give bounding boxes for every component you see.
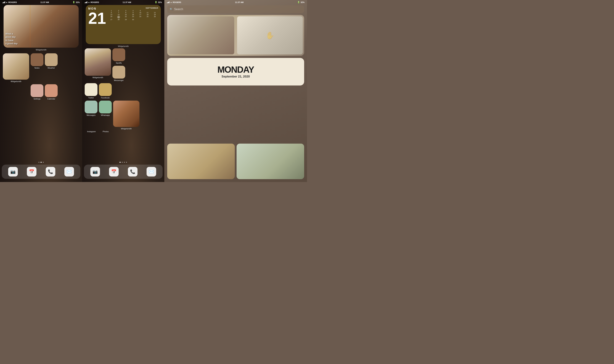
status-right-2: 🔋 32% xyxy=(155,1,162,3)
p2-row1: Widgetsmith Spotify Messenger xyxy=(85,48,162,81)
phone1-apps-section: Widgetsmith Notes Weather Settings xyxy=(3,53,79,100)
dock-calendar[interactable]: 📅 xyxy=(27,167,37,177)
signal-bars-3 xyxy=(167,1,170,3)
dock-phone[interactable]: 📞 xyxy=(46,167,55,177)
search-text: Search xyxy=(174,8,183,11)
messenger-app[interactable]: Messenger xyxy=(112,66,125,81)
spotify-app[interactable]: Spotify xyxy=(112,48,125,64)
spotify-icon xyxy=(112,48,125,61)
twitter-label: Twitter xyxy=(88,97,94,99)
photos-label: Photos xyxy=(103,130,109,133)
dock2-phone[interactable]: 📞 xyxy=(128,167,137,177)
phone1-row2: Settings Calendar xyxy=(3,84,79,100)
cal-month: SEPTEMBER xyxy=(108,7,158,9)
widgetsmith-coffee-label: Widgetsmith xyxy=(121,128,132,130)
facebook-app[interactable]: Facebook xyxy=(99,83,112,99)
whatsapp-app[interactable]: Whatsapp xyxy=(99,101,112,116)
widgetsmith-small-label: Widgetsmith xyxy=(11,80,22,82)
widgetsmith-large-widget[interactable]: What agood dayto havea good day xyxy=(3,5,79,48)
p2-right-col1: Spotify Messenger xyxy=(112,48,125,81)
wifi-icon-2: ▲ xyxy=(88,1,90,3)
wifi-icon-1: ▲ xyxy=(6,1,8,3)
notes-label: Notes xyxy=(35,67,40,69)
status-right-1: 🔋 32% xyxy=(73,1,80,3)
phone-screen-2: ▲ ROGERS 11:37 AM 🔋 32% MON 21 SEPTEMBER… xyxy=(82,0,164,182)
phone2-apps: Widgetsmith Spotify Messenger Twitter xyxy=(85,48,162,133)
carrier-name-3: ROGERS xyxy=(173,1,181,3)
page-dots-2 xyxy=(82,162,164,163)
dot-p2-2 xyxy=(122,162,123,163)
clock-3: 11:37 AM xyxy=(235,1,243,3)
status-bar-3: ▲ ROGERS 11:37 AM 🔋 32% xyxy=(164,0,307,4)
signal-bars-1 xyxy=(2,1,5,3)
clock-1: 11:37 AM xyxy=(40,1,49,3)
twitter-app[interactable]: Twitter xyxy=(85,83,97,99)
messages-label: Messages xyxy=(87,114,95,116)
bottom-photo-left xyxy=(167,143,235,179)
twitter-icon xyxy=(85,83,97,96)
facebook-label: Facebook xyxy=(101,97,109,99)
phone-screen-1: ▲ ROGERS 11:37 AM 🔋 32% What agood dayto… xyxy=(0,0,82,182)
dot-p2-4 xyxy=(126,162,127,163)
facebook-icon xyxy=(99,83,112,96)
dot-1 xyxy=(39,162,40,163)
dock-camera[interactable]: 📷 xyxy=(8,167,18,177)
battery-icon-2: 🔋 xyxy=(155,1,157,3)
widgetsmith-photo-p2-icon xyxy=(85,48,111,76)
messages-icon xyxy=(85,101,97,113)
day-widget-day: MONDAY xyxy=(217,65,254,74)
frame-divider xyxy=(30,5,30,48)
day-widget-date: September 21, 2020 xyxy=(222,75,250,78)
calendar-widget[interactable]: MON 21 SEPTEMBER 12345 6789101112 131415… xyxy=(86,5,161,44)
photo-widget-top[interactable]: ✋ xyxy=(167,15,304,56)
dock2-camera[interactable]: 📷 xyxy=(90,167,100,177)
dock-mail[interactable]: ✉️ xyxy=(64,167,74,177)
day-widget[interactable]: MONDAY September 21, 2020 xyxy=(167,58,304,86)
status-right-3: 🔋 32% xyxy=(297,1,305,3)
spotify-label: Spotify xyxy=(116,62,122,64)
settings-app[interactable]: Settings xyxy=(31,84,43,100)
weather-label: Weather xyxy=(48,67,55,69)
dock-1: 📷 📅 📞 ✉️ xyxy=(2,165,80,179)
dot-p2-1 xyxy=(120,162,120,163)
widgetsmith-small-widget[interactable]: Widgetsmith xyxy=(3,53,29,82)
carrier-name-1: ROGERS xyxy=(8,1,17,3)
whatsapp-icon xyxy=(99,101,112,113)
messenger-icon xyxy=(112,66,125,78)
wifi-icon-3: ▲ xyxy=(170,1,172,3)
widgetsmith-coffee-p2[interactable]: Widgetsmith xyxy=(113,101,139,130)
phone1-row1: Widgetsmith Notes Weather xyxy=(3,53,79,82)
widgetsmith-photo-p2[interactable]: Widgetsmith xyxy=(85,48,111,78)
p2-row3: Messages Whatsapp Widgetsmith xyxy=(85,101,162,130)
dock2-calendar[interactable]: 📅 xyxy=(109,167,119,177)
dot-3 xyxy=(43,162,44,163)
instagram-label: Instagram xyxy=(87,130,96,133)
notes-app[interactable]: Notes xyxy=(31,53,43,69)
photo-right: ✋ xyxy=(237,16,303,54)
calendar-app[interactable]: Calendar xyxy=(45,84,58,100)
weather-app[interactable]: Weather xyxy=(45,53,58,69)
calendar-grid-section: SEPTEMBER 12345 6789101112 1314151617181… xyxy=(108,7,158,20)
messages-app[interactable]: Messages xyxy=(85,101,97,116)
settings-icon xyxy=(31,84,43,97)
battery-icon-1: 🔋 xyxy=(73,1,75,3)
photos-label-container: Photos xyxy=(99,130,112,133)
p2-row2: Twitter Facebook xyxy=(85,83,162,99)
bottom-photo-grid xyxy=(167,143,304,179)
messenger-label: Messenger xyxy=(114,79,124,81)
photo-left xyxy=(169,16,234,54)
status-left-3: ▲ ROGERS xyxy=(167,1,181,3)
search-icon: 🔍 xyxy=(170,8,173,11)
cal-grid: 12345 6789101112 13141516171819 20212223… xyxy=(108,10,158,20)
status-bar-2: ▲ ROGERS 11:37 AM 🔋 32% xyxy=(82,0,164,4)
battery-level-2: 32% xyxy=(158,1,162,3)
calendar-day-section: MON 21 xyxy=(88,7,106,26)
bottom-photo-right xyxy=(237,143,304,179)
carrier-name-2: ROGERS xyxy=(91,1,99,3)
dot-p2-3 xyxy=(124,162,125,163)
search-bar[interactable]: 🔍 Search xyxy=(167,5,304,13)
p2-row4-labels: Instagram Photos xyxy=(85,130,162,133)
dock2-mail[interactable]: ✉️ xyxy=(147,167,156,177)
weather-icon xyxy=(45,53,58,66)
battery-level-3: 32% xyxy=(301,1,305,3)
